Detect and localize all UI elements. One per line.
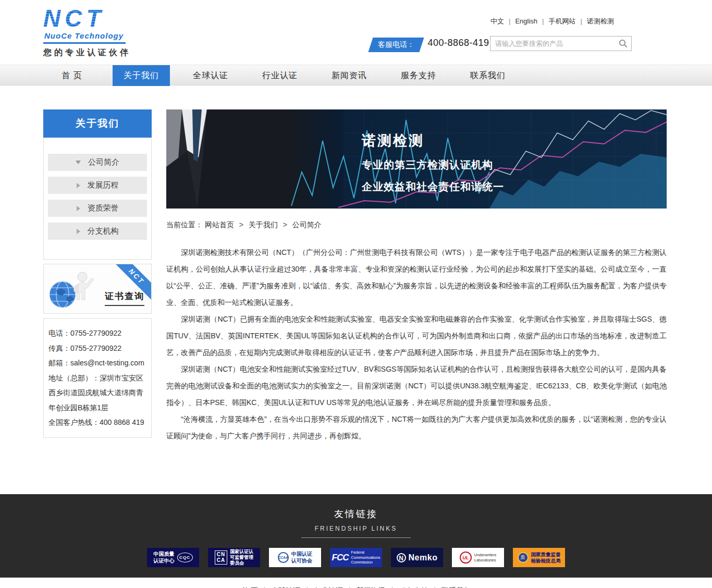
article-paragraph: “沧海横流，方显英雄本色”，在当今出口形势不容乐观的情况下，NCT将一如既往的为… [166,411,667,444]
sidebar-item-label: 资质荣誉 [88,203,119,213]
ccaa-emblem-icon: CCAA [278,552,289,563]
article-paragraph: 深圳诺测（NCT）电池安全和性能测试实验室经过TUV、BV和SGS等国际知名认证… [166,361,667,411]
search-box [490,36,632,51]
mobile-site-link[interactable]: 手机网站 [548,17,575,25]
separator: | [509,17,510,25]
contact-hotline: 全国客户热线：400 8868 419 [48,415,146,430]
banner-subtitle-1: 专业的第三方检测认证机构 [362,158,504,172]
hotline-number: 400-8868-419 [427,38,489,48]
friendship-links-footer: 友情链接 FRIENDSHIP LINKS 中国质量认证中心 CQC CNCA … [0,494,712,578]
certificate-query-box[interactable]: NCT 证书查询 [43,264,152,314]
nav-item-contact[interactable]: 联系我们 [459,65,517,86]
page-header: NCT NuoCe Technology 您的专业认证伙伴 中文|English… [0,0,712,65]
suit-silhouette [166,109,343,209]
contact-phone: 电话：0755-27790922 [48,326,146,341]
nav-item-home[interactable]: 首 页 [43,65,101,86]
nct-testing-link[interactable]: 诺测检测 [587,17,614,25]
sidebar-title: 关于我们 [43,109,152,138]
breadcrumb-about-link[interactable]: 关于我们 [249,220,278,229]
sidebar-item-history[interactable]: 发展历程 [48,177,147,194]
logo-fcc[interactable]: FCC FederalCommunicationsCommission [330,548,382,567]
friendship-title: 友情链接 [0,494,712,520]
search-input[interactable] [490,40,615,47]
globe-person-icon [47,268,101,312]
article-paragraph: 深圳诺测（NCT）已拥有全面的电池安全和性能测试实验室、电器安全实验室和电磁兼容… [166,311,667,361]
triangle-right-icon [77,206,80,211]
triangle-right-icon [77,183,80,188]
logo-cqc[interactable]: 中国质量认证中心 CQC [147,548,199,567]
breadcrumb-separator: > [283,220,287,229]
banner-title: 诺测检测 [362,131,504,150]
nemko-circle-icon: N [397,553,406,562]
logo-aqsiq[interactable]: 质 国家质量监督检验检疫总局 [513,548,565,567]
top-links: 中文|English|手机网站|诺测检测 [490,17,614,26]
friendship-subtitle: FRIENDSHIP LINKS [301,525,411,538]
company-profile-article: 深圳诺测检测技术有限公司（NCT）（广州分公司：广州世测电子科技有限公司（WTS… [166,244,667,444]
content-area: 诺测检测 专业的第三方检测认证机构 企业效益和社会责任和谐统一 当前位置： 网站… [166,109,667,444]
triangle-down-icon [76,161,81,164]
breadcrumb-current[interactable]: 公司简介 [292,220,322,229]
logo-ul[interactable]: UL UnderwritersLaboratories [452,548,504,567]
nav-item-industry-certification[interactable]: 行业认证 [251,65,309,86]
sidebar-item-qualifications[interactable]: 资质荣誉 [48,200,147,217]
main-nav: 首 页 关于我们 全球认证 行业认证 新闻资讯 服务支持 联系我们 [0,65,712,85]
aqsiq-emblem-icon: 质 [518,552,529,563]
contact-email: 邮箱：sales@nct-testing.com [48,356,146,371]
sidebar-item-label: 公司简介 [88,157,119,167]
logo-subtitle: NuoCe Technology [43,30,126,44]
logo-cnca[interactable]: CNCA 国家认证认可监督管理委员会 [208,548,260,567]
separator: | [542,17,544,25]
contact-fax: 传真：0755-27790922 [48,341,146,356]
sidebar-item-branches[interactable]: 分支机构 [48,223,147,240]
logo-ccaa[interactable]: CCAA 中国认证认可协会 [269,548,321,567]
separator: | [580,17,582,25]
nav-item-about[interactable]: 关于我们 [113,65,170,86]
breadcrumb-separator: > [239,220,243,229]
logo-tagline: 您的专业认证伙伴 [43,47,179,58]
breadcrumb-label: 当前位置： [166,220,203,229]
breadcrumb-home-link[interactable]: 网站首页 [205,220,234,229]
triangle-right-icon [77,229,80,234]
sidebar-item-label: 发展历程 [88,180,119,190]
hotline-badge: 客服电话： [371,38,422,52]
certificate-query-label: 证书查询 [105,290,144,306]
nav-item-news[interactable]: 新闻资讯 [321,65,378,86]
brand-logo[interactable]: NCT NuoCe Technology 您的专业认证伙伴 [43,6,179,58]
sidebar: 关于我们 公司简介 发展历程 资质荣誉 分支机构 NCT [43,109,152,438]
nav-item-global-certification[interactable]: 全球认证 [182,65,239,86]
contact-info-panel: 电话：0755-27790922 传真：0755-27790922 邮箱：sal… [43,318,152,438]
banner-subtitle-2: 企业效益和社会责任和谐统一 [362,180,504,194]
cqc-globe-icon: CQC [177,553,193,562]
cnca-badge-icon: CNCA [215,550,227,565]
partner-logos: 中国质量认证中心 CQC CNCA 国家认证认可监督管理委员会 CCAA 中国认… [0,548,712,567]
lang-english-link[interactable]: English [515,17,537,25]
logo-text: NCT [43,6,179,30]
logo-nemko[interactable]: N Nemko [391,548,443,567]
hero-banner: 诺测检测 专业的第三方检测认证机构 企业效益和社会责任和谐统一 [166,109,667,209]
main-area: 关于我们 公司简介 发展历程 资质荣誉 分支机构 NCT [43,109,669,472]
bottom-footer: 首 页|全球认证|行业认证|新闻资讯|服务支持|联系我们 深圳诺测检测技术有限公… [0,578,712,588]
breadcrumb: 当前位置： 网站首页 > 关于我们 > 公司简介 [166,220,667,230]
sidebar-item-label: 分支机构 [88,226,119,236]
lang-chinese-link[interactable]: 中文 [490,17,504,25]
contact-address: 地址（总部）：深圳市宝安区西乡街道固戍航城大道绵商青年创业园B栋第1层 [48,371,146,415]
sidebar-item-company-profile[interactable]: 公司简介 [48,154,147,171]
fcc-badge-icon: FCC [332,553,349,563]
service-hotline: 客服电话： 400-8868-419 [371,38,489,52]
nav-item-service-support[interactable]: 服务支持 [390,65,447,86]
banner-text: 诺测检测 专业的第三方检测认证机构 企业效益和社会责任和谐统一 [362,131,504,194]
search-icon[interactable] [615,36,631,51]
about-menu-panel: 关于我们 公司简介 发展历程 资质荣誉 分支机构 [43,109,152,260]
article-paragraph: 深圳诺测检测技术有限公司（NCT）（广州分公司：广州世测电子科技有限公司（WTS… [166,244,667,311]
ul-circle-icon: UL [460,552,472,564]
